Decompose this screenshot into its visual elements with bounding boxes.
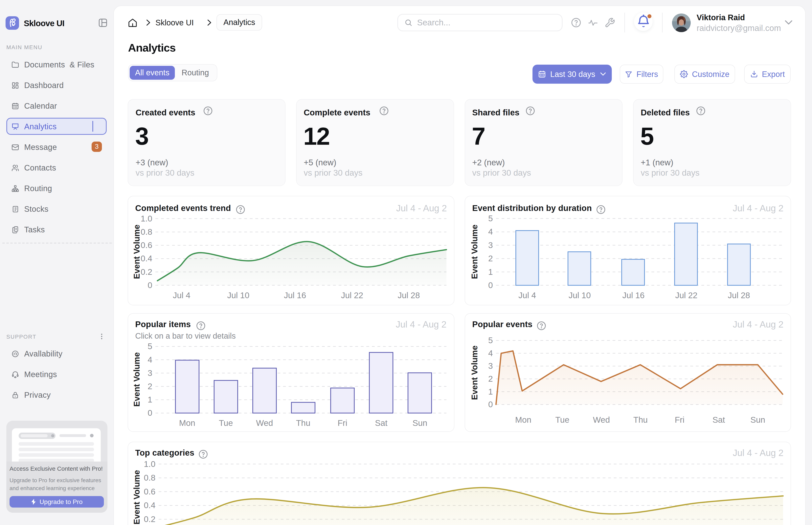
svg-text:Sat: Sat	[375, 418, 387, 427]
svg-text:0: 0	[488, 400, 493, 409]
svg-text:Jul 16: Jul 16	[622, 291, 645, 300]
svg-text:Event Volume: Event Volume	[470, 225, 479, 279]
svg-text:Jul 16: Jul 16	[284, 291, 306, 300]
svg-text:5: 5	[148, 342, 152, 351]
svg-text:4: 4	[488, 227, 493, 236]
svg-text:0.8: 0.8	[144, 473, 155, 482]
svg-text:Jul 10: Jul 10	[569, 291, 591, 300]
svg-text:Jul 22: Jul 22	[341, 291, 363, 300]
svg-text:Sat: Sat	[712, 415, 725, 424]
svg-text:Sun: Sun	[750, 415, 765, 424]
svg-text:Tue: Tue	[219, 418, 233, 427]
svg-text:0.6: 0.6	[144, 487, 155, 496]
svg-text:Thu: Thu	[296, 418, 310, 427]
svg-text:Wed: Wed	[593, 415, 610, 424]
svg-text:Tue: Tue	[555, 415, 569, 424]
svg-text:1: 1	[148, 395, 152, 404]
svg-text:0.8: 0.8	[141, 227, 152, 237]
svg-text:Jul 22: Jul 22	[675, 291, 697, 300]
svg-text:Jul 28: Jul 28	[398, 291, 420, 300]
svg-text:1: 1	[488, 267, 493, 276]
svg-text:4: 4	[488, 348, 493, 358]
svg-text:Event Volume: Event Volume	[132, 352, 141, 407]
svg-text:5: 5	[488, 336, 493, 345]
svg-text:0.6: 0.6	[141, 240, 152, 250]
svg-text:3: 3	[148, 369, 152, 378]
svg-text:Mon: Mon	[179, 418, 195, 427]
svg-text:Event Volume: Event Volume	[132, 470, 141, 525]
svg-text:2: 2	[488, 254, 493, 263]
svg-text:2: 2	[148, 382, 152, 391]
svg-text:0.4: 0.4	[141, 254, 152, 263]
svg-text:1.0: 1.0	[141, 214, 152, 223]
svg-text:0.2: 0.2	[141, 267, 152, 276]
svg-text:5: 5	[488, 214, 493, 223]
svg-text:0: 0	[488, 281, 493, 290]
svg-text:0: 0	[148, 281, 152, 290]
svg-text:Event Volume: Event Volume	[132, 225, 141, 279]
svg-text:2: 2	[488, 374, 493, 384]
svg-text:Fri: Fri	[337, 418, 347, 427]
svg-text:3: 3	[488, 240, 493, 250]
svg-text:Jul 28: Jul 28	[728, 291, 750, 300]
svg-text:Fri: Fri	[675, 415, 685, 424]
svg-text:Jul 10: Jul 10	[227, 291, 250, 300]
svg-text:1.0: 1.0	[144, 460, 155, 469]
svg-text:Wed: Wed	[256, 418, 273, 427]
svg-text:1: 1	[488, 387, 493, 396]
svg-text:0.4: 0.4	[144, 500, 155, 510]
svg-text:Event Volume: Event Volume	[470, 346, 479, 400]
svg-text:0.2: 0.2	[144, 514, 155, 524]
svg-text:Jul 4: Jul 4	[518, 291, 536, 300]
svg-text:3: 3	[488, 361, 493, 371]
svg-text:Jul 4: Jul 4	[173, 291, 191, 300]
svg-text:0: 0	[148, 408, 152, 418]
svg-text:Sun: Sun	[412, 418, 427, 427]
svg-text:Thu: Thu	[633, 415, 648, 424]
svg-text:4: 4	[148, 355, 152, 364]
svg-text:Mon: Mon	[515, 415, 531, 424]
